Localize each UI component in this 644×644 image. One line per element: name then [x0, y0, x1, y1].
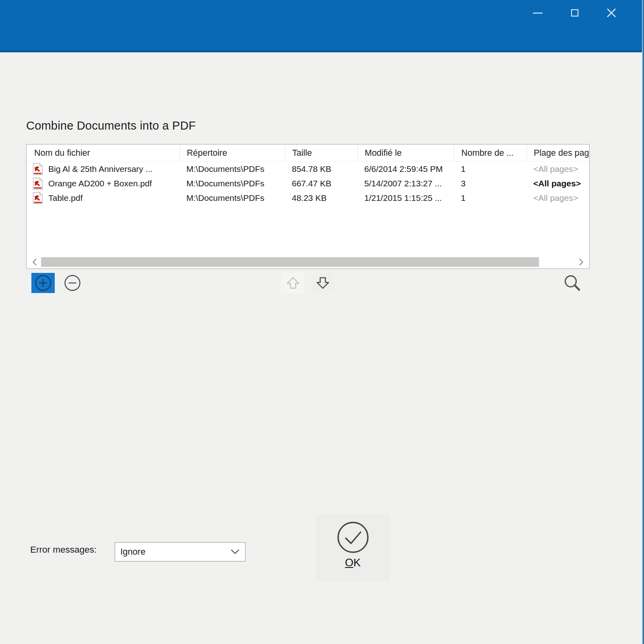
move-up-button[interactable]	[281, 273, 304, 293]
file-name: Table.pdf	[48, 193, 83, 203]
file-pages: 1	[454, 191, 526, 205]
arrow-down-icon	[315, 275, 330, 291]
dropdown-selected-value: Ignore	[115, 547, 231, 557]
arrow-up-icon	[285, 275, 301, 291]
table-row[interactable]: Table.pdfM:\Documents\PDFs48.23 KB1/21/2…	[27, 191, 589, 205]
column-header-name[interactable]: Nom du fichier	[27, 144, 180, 161]
preview-button[interactable]	[560, 272, 584, 294]
circle-minus-icon	[63, 274, 82, 292]
close-button[interactable]	[601, 3, 622, 23]
check-circle-icon	[336, 520, 370, 554]
file-pages: 3	[454, 176, 526, 191]
ok-button[interactable]: OK	[316, 514, 390, 581]
file-modified: 6/6/2014 2:59:45 PM	[357, 162, 454, 176]
scrollbar-thumb[interactable]	[41, 257, 539, 267]
chevron-down-icon	[231, 549, 239, 554]
close-icon	[605, 6, 618, 19]
maximize-button[interactable]	[564, 3, 585, 23]
file-page-range: <All pages>	[526, 176, 589, 191]
maximize-icon	[569, 7, 581, 19]
file-directory: M:\Documents\PDFs	[180, 176, 285, 191]
table-row[interactable]: Orange AD200 + Boxen.pdfM:\Documents\PDF…	[27, 176, 589, 191]
column-header-pages[interactable]: Nombre de ...	[454, 144, 526, 161]
scroll-left-button[interactable]	[29, 256, 41, 268]
file-directory: M:\Documents\PDFs	[180, 162, 285, 176]
file-size: 48.23 KB	[285, 191, 357, 205]
column-header-range[interactable]: Plage des page	[526, 144, 589, 161]
file-size: 854.78 KB	[285, 162, 357, 176]
pdf-file-icon	[33, 178, 43, 190]
column-header-directory[interactable]: Répertoire	[180, 144, 285, 161]
ok-button-label: OK	[345, 557, 361, 569]
file-pages: 1	[454, 162, 526, 176]
page-title: Combine Documents into a PDF	[26, 119, 196, 132]
pdf-file-icon	[33, 192, 43, 204]
pdf-file-icon	[33, 163, 43, 175]
file-name: Big Al & 25th Anniversary ...	[48, 164, 153, 174]
move-down-button[interactable]	[311, 273, 334, 293]
table-row[interactable]: Big Al & 25th Anniversary ...M:\Document…	[27, 162, 589, 176]
file-modified: 1/21/2015 1:15:25 ...	[357, 191, 454, 205]
minimize-button[interactable]	[527, 3, 548, 23]
column-header-size[interactable]: Taille	[285, 144, 357, 161]
scroll-right-button[interactable]	[575, 256, 587, 268]
title-bar	[0, 0, 644, 52]
file-name: Orange AD200 + Boxen.pdf	[48, 179, 152, 188]
file-table: Nom du fichierRépertoireTailleModifié le…	[26, 144, 590, 269]
chevron-right-icon	[579, 258, 584, 266]
table-body: Big Al & 25th Anniversary ...M:\Document…	[27, 162, 589, 205]
add-file-button[interactable]	[31, 273, 55, 293]
chevron-left-icon	[32, 258, 37, 266]
remove-file-button[interactable]	[61, 273, 84, 293]
file-page-range: <All pages>	[526, 191, 589, 205]
minimize-icon	[532, 7, 544, 19]
error-messages-label: Error messages:	[30, 545, 97, 555]
table-header: Nom du fichierRépertoireTailleModifié le…	[27, 144, 589, 162]
file-directory: M:\Documents\PDFs	[180, 191, 285, 205]
magnifier-icon	[563, 274, 582, 292]
column-header-modified[interactable]: Modifié le	[357, 144, 454, 161]
window-border-right	[642, 0, 644, 644]
circle-plus-icon	[34, 274, 52, 292]
horizontal-scrollbar[interactable]	[27, 256, 589, 268]
error-messages-dropdown[interactable]: Ignore	[115, 542, 246, 561]
file-modified: 5/14/2007 2:13:27 ...	[357, 176, 454, 191]
file-page-range: <All pages>	[526, 162, 589, 176]
file-size: 667.47 KB	[285, 176, 357, 191]
